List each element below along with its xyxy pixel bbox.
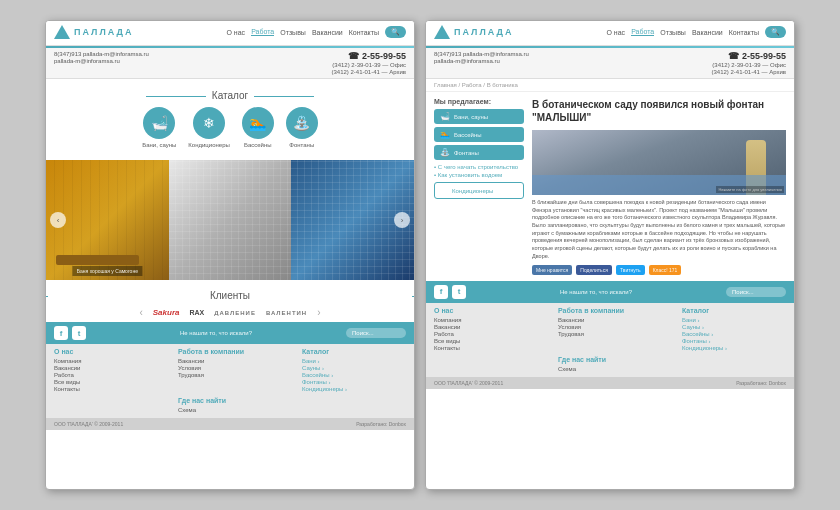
share-fb-btn[interactable]: Поделиться bbox=[576, 265, 612, 275]
footer-catalog-sauny[interactable]: Сауны › bbox=[302, 365, 406, 371]
right-footer-col-catalog: Каталог Бани › Сауны › Бассейны › Фонтан… bbox=[682, 307, 786, 373]
footer-about-link4[interactable]: Все виды bbox=[54, 379, 158, 385]
right-footer-work3[interactable]: Трудовая bbox=[558, 331, 662, 337]
share-bar: Мне нравится Поделиться Твитнуть Класс! … bbox=[532, 265, 786, 275]
footer-catalog-bani[interactable]: Бани › bbox=[302, 358, 406, 364]
catalog-konditsioner[interactable]: ❄ Кондиционеры bbox=[188, 107, 229, 148]
catalog-bani[interactable]: 🛁 Бани, сауны bbox=[142, 107, 176, 148]
right-nav-work[interactable]: Работа bbox=[631, 28, 654, 36]
right-footer-fontany[interactable]: Фонтаны › bbox=[682, 338, 786, 344]
right-nav-vacancies[interactable]: Вакансии bbox=[692, 29, 723, 36]
footer-about-link5[interactable]: Контакты bbox=[54, 386, 158, 392]
nav-work[interactable]: Работа bbox=[251, 28, 274, 36]
right-nav-reviews[interactable]: Отзывы bbox=[660, 29, 686, 36]
footer-catalog-basseiny[interactable]: Бассейны › bbox=[302, 372, 406, 378]
right-footer-about5[interactable]: Контакты bbox=[434, 345, 538, 351]
right-sidebar: Мы предлагаем: 🛁 Бани, сауны 🏊 Бассейны … bbox=[434, 98, 524, 275]
nav-about[interactable]: О нас bbox=[226, 29, 245, 36]
right-contact-email: pallada-m@inforamsa.ru bbox=[434, 58, 529, 64]
footer-work-link3[interactable]: Трудовая bbox=[178, 372, 282, 378]
right-footer-bar: f t Не нашли то, что искали? Поиск... bbox=[426, 281, 794, 303]
prev-clients-arrow[interactable]: ‹ bbox=[139, 307, 142, 318]
right-footer-work2[interactable]: Условия bbox=[558, 324, 662, 330]
left-copyright-bar: ООО 'ПАЛЛАДА' © 2009-2011 Разработано: D… bbox=[46, 418, 414, 430]
slide-bathroom bbox=[169, 160, 292, 280]
nav-contacts[interactable]: Контакты bbox=[349, 29, 379, 36]
right-footer-about4[interactable]: Все виды bbox=[434, 338, 538, 344]
article-title: В ботаническом саду появился новый фонта… bbox=[532, 98, 786, 124]
main-phone: ☎ 2-55-99-55 bbox=[348, 51, 406, 61]
sidebar-btn-bassein[interactable]: 🏊 Бассейны bbox=[434, 127, 524, 142]
konditsioner-icon: ❄ bbox=[193, 107, 225, 139]
nav-reviews[interactable]: Отзывы bbox=[280, 29, 306, 36]
right-footer-work1[interactable]: Вакансии bbox=[558, 317, 662, 323]
fontan-icon: ⛲ bbox=[286, 107, 318, 139]
facebook-icon[interactable]: f bbox=[54, 326, 68, 340]
contact-phone1: 8(347)913 pallada-m@inforamsa.ru bbox=[54, 51, 149, 57]
footer-about-link2[interactable]: Вакансии bbox=[54, 365, 158, 371]
right-nav-about[interactable]: О нас bbox=[606, 29, 625, 36]
footer-catalog-kond[interactable]: Кондиционеры › bbox=[302, 386, 406, 392]
sidebar-btn-kond[interactable]: ❄ Кондиционеры bbox=[434, 182, 524, 199]
right-footer-col-work: Работа в компании Вакансии Условия Трудо… bbox=[558, 307, 662, 373]
right-footer-work-title: Работа в компании bbox=[558, 307, 662, 314]
right-header: ПАЛЛАДА О нас Работа Отзывы Вакансии Кон… bbox=[426, 21, 794, 46]
right-contacts-left: 8(347)913 pallada-m@inforamsa.ru pallada… bbox=[434, 51, 529, 75]
right-footer-about1[interactable]: Компания bbox=[434, 317, 538, 323]
right-facebook-icon[interactable]: f bbox=[434, 285, 448, 299]
right-nav-contacts[interactable]: Контакты bbox=[729, 29, 759, 36]
right-footer-sauny[interactable]: Сауны › bbox=[682, 324, 786, 330]
sidebar-link1[interactable]: • С чего начать строительство bbox=[434, 164, 524, 170]
right-contact-bar: 8(347)913 pallada-m@inforamsa.ru pallada… bbox=[426, 48, 794, 79]
right-footer-bani[interactable]: Бани › bbox=[682, 317, 786, 323]
left-contacts: 8(347)913 pallada-m@inforamsa.ru pallada… bbox=[54, 51, 149, 75]
right-footer-basseiny[interactable]: Бассейны › bbox=[682, 331, 786, 337]
sidebar-btn-fontan[interactable]: ⛲ Фонтаны bbox=[434, 145, 524, 160]
right-footer-where1[interactable]: Схема bbox=[558, 366, 662, 372]
footer-work-link1[interactable]: Вакансии bbox=[178, 358, 282, 364]
left-developer: Разработано: Donbox bbox=[356, 421, 406, 427]
right-footer-where-title: Где нас найти bbox=[558, 356, 662, 363]
footer-work-link2[interactable]: Условия bbox=[178, 365, 282, 371]
right-footer-about2[interactable]: Вакансии bbox=[434, 324, 538, 330]
client-sakura: Sakura bbox=[153, 308, 180, 317]
share-vk-btn[interactable]: Мне нравится bbox=[532, 265, 572, 275]
left-logo-text: ПАЛЛАДА bbox=[74, 27, 133, 37]
left-nav[interactable]: О нас Работа Отзывы Вакансии Контакты 🔍 bbox=[226, 26, 406, 38]
right-breadcrumb: Главная / Работа / В ботаника bbox=[426, 79, 794, 92]
right-footer-kond[interactable]: Кондиционеры › bbox=[682, 345, 786, 351]
catalog-fontan[interactable]: ⛲ Фонтаны bbox=[286, 107, 318, 148]
right-footer-search[interactable]: Поиск... bbox=[726, 287, 786, 297]
right-contacts-right: ☎ 2-55-99-55 (3412) 2-39-01-39 — Офис (3… bbox=[711, 51, 786, 75]
footer-catalog-fontany[interactable]: Фонтаны › bbox=[302, 379, 406, 385]
image-caption: Нажмите на фото для увеличения bbox=[716, 186, 784, 193]
right-copyright: ООО 'ПАЛЛАДА' © 2009-2011 bbox=[434, 380, 503, 386]
footer-col-about-title: О нас bbox=[54, 348, 158, 355]
kond-sidebar-label: Кондиционеры bbox=[452, 188, 493, 194]
sidebar-btn-bani[interactable]: 🛁 Бани, сауны bbox=[434, 109, 524, 124]
twitter-icon[interactable]: t bbox=[72, 326, 86, 340]
slider-next-button[interactable]: › bbox=[394, 212, 410, 228]
share-tw-btn[interactable]: Твитнуть bbox=[616, 265, 645, 275]
nav-vacancies[interactable]: Вакансии bbox=[312, 29, 343, 36]
footer-about-link1[interactable]: Компания bbox=[54, 358, 158, 364]
right-twitter-icon[interactable]: t bbox=[452, 285, 466, 299]
catalog-bassein[interactable]: 🏊 Бассейны bbox=[242, 107, 274, 148]
footer-where-link1[interactable]: Схема bbox=[178, 407, 282, 413]
client-davlenie: ДАВЛЕНИЕ bbox=[214, 310, 256, 316]
sidebar-link2[interactable]: • Как установить водоем bbox=[434, 172, 524, 178]
right-nav[interactable]: О нас Работа Отзывы Вакансии Контакты 🔍 bbox=[606, 26, 786, 38]
right-footer-about3[interactable]: Работа bbox=[434, 331, 538, 337]
right-phone2: (3412) 2-39-01-39 — Офис bbox=[712, 62, 786, 68]
right-developer: Разработано: Donbox bbox=[736, 380, 786, 386]
footer-about-link3[interactable]: Работа bbox=[54, 372, 158, 378]
left-search-box[interactable]: 🔍 bbox=[385, 26, 406, 38]
next-clients-arrow[interactable]: › bbox=[317, 307, 320, 318]
bassein-sidebar-label: Бассейны bbox=[454, 132, 482, 138]
right-search-box[interactable]: 🔍 bbox=[765, 26, 786, 38]
slider-prev-button[interactable]: ‹ bbox=[50, 212, 66, 228]
footer-search-box[interactable]: Поиск... bbox=[346, 328, 406, 338]
article-text: В ближайшие дни была совершена поездка к… bbox=[532, 199, 786, 261]
footer-col-catalog: Каталог Бани › Сауны › Бассейны › Фонтан… bbox=[302, 348, 406, 414]
share-ok-btn[interactable]: Класс! 171 bbox=[649, 265, 682, 275]
